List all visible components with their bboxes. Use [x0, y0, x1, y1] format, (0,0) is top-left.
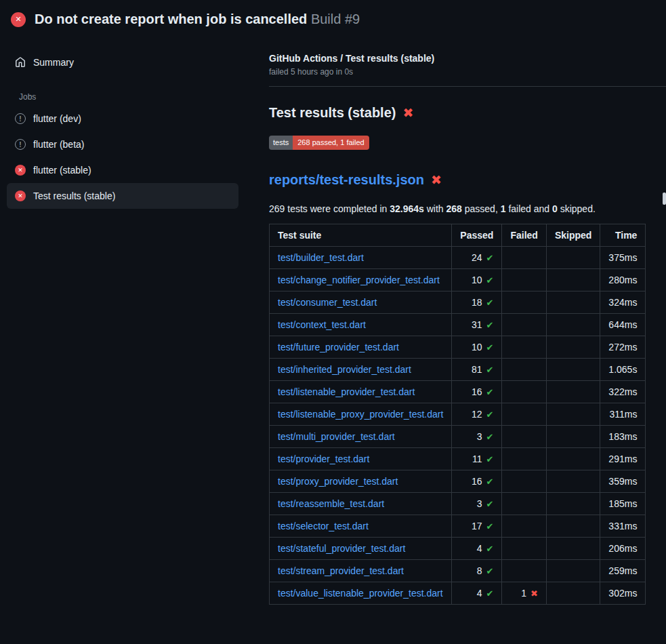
- empty-cell: [546, 470, 600, 493]
- passed-cell: 81✔: [452, 359, 502, 381]
- sidebar: Summary Jobs !flutter (dev)!flutter (bet…: [0, 36, 247, 209]
- test-suite-link[interactable]: test/builder_test.dart: [278, 252, 364, 263]
- section-title-text: Test results (stable): [269, 105, 396, 121]
- suite-cell: test/builder_test.dart: [270, 247, 452, 269]
- suite-cell: test/selector_test.dart: [270, 515, 452, 538]
- home-icon: [15, 57, 26, 68]
- empty-cell: [502, 515, 546, 538]
- col-header-failed: Failed: [502, 224, 546, 247]
- test-table-body: test/builder_test.dart24✔375mstest/chang…: [270, 247, 646, 605]
- col-header-passed: Passed: [452, 224, 502, 247]
- failed-cell-value: 1: [521, 588, 526, 599]
- sidebar-item-summary[interactable]: Summary: [7, 49, 238, 75]
- empty-cell: [546, 448, 600, 470]
- test-suite-link[interactable]: test/consumer_test.dart: [278, 297, 377, 308]
- check-icon: ✔: [486, 544, 494, 554]
- test-suite-link[interactable]: test/stream_provider_test.dart: [278, 565, 404, 576]
- empty-cell: [502, 493, 546, 515]
- passed-cell: 10✔: [452, 336, 502, 359]
- empty-cell: [546, 291, 600, 314]
- test-suite-link[interactable]: test/stateful_provider_test.dart: [278, 543, 405, 554]
- sidebar-item-flutter-beta[interactable]: !flutter (beta): [7, 132, 238, 157]
- badge-label: tests: [269, 136, 293, 150]
- passed-cell: 3✔: [452, 426, 502, 448]
- test-suite-link[interactable]: test/inherited_provider_test.dart: [278, 364, 411, 375]
- empty-cell: [546, 515, 600, 538]
- summary-text: failed and: [506, 203, 553, 214]
- passed-cell-value: 4: [477, 588, 482, 599]
- test-suite-link[interactable]: test/multi_provider_test.dart: [278, 431, 395, 442]
- x-circle-icon: ✕: [15, 190, 26, 201]
- test-results-table: Test suite Passed Failed Skipped Time te…: [269, 224, 646, 605]
- test-suite-link[interactable]: test/context_test.dart: [278, 319, 366, 330]
- time-cell: 644ms: [600, 314, 646, 336]
- test-suite-link[interactable]: test/provider_test.dart: [278, 454, 369, 464]
- check-icon: ✔: [486, 365, 494, 375]
- passed-cell: 31✔: [452, 314, 502, 336]
- scrollbar-thumb[interactable]: [663, 193, 666, 205]
- empty-cell: [546, 381, 600, 403]
- check-icon: ✔: [486, 253, 494, 263]
- check-icon: ✔: [486, 477, 494, 487]
- empty-cell: [502, 247, 546, 269]
- table-header-row: Test suite Passed Failed Skipped Time: [270, 224, 646, 247]
- run-meta: failed 5 hours ago in 0s: [269, 67, 644, 77]
- empty-cell: [546, 336, 600, 359]
- empty-cell: [502, 470, 546, 493]
- page-body: Summary Jobs !flutter (dev)!flutter (bet…: [0, 36, 666, 605]
- test-suite-link[interactable]: test/value_listenable_provider_test.dart: [278, 588, 443, 599]
- empty-cell: [502, 560, 546, 582]
- time-cell: 359ms: [600, 470, 646, 493]
- summary-failed-count: 1: [501, 203, 506, 214]
- summary-skipped-count: 0: [552, 203, 558, 214]
- empty-cell: [546, 493, 600, 515]
- check-icon: ✔: [486, 320, 494, 330]
- table-row: test/selector_test.dart17✔331ms: [270, 515, 646, 538]
- passed-cell-value: 4: [477, 543, 482, 554]
- test-suite-link[interactable]: test/listenable_provider_test.dart: [278, 386, 415, 397]
- time-cell: 280ms: [600, 269, 646, 291]
- check-icon: ✔: [486, 409, 494, 420]
- test-suite-link[interactable]: test/selector_test.dart: [278, 521, 369, 531]
- time-cell: 272ms: [600, 336, 646, 359]
- main-content: GitHub Actions / Test results (stable) f…: [247, 36, 666, 605]
- empty-cell: [502, 336, 546, 359]
- suite-cell: test/multi_provider_test.dart: [270, 426, 452, 448]
- x-icon: ✖: [431, 174, 442, 186]
- summary-text: passed,: [462, 203, 501, 214]
- check-icon: ✔: [486, 499, 494, 509]
- summary-text: with: [424, 203, 446, 214]
- time-cell: 331ms: [600, 515, 646, 538]
- empty-cell: [502, 291, 546, 314]
- report-file-link[interactable]: reports/test-results.json: [269, 172, 424, 188]
- report-title: reports/test-results.json ✖: [269, 172, 644, 188]
- table-row: test/context_test.dart31✔644ms: [270, 314, 646, 336]
- time-cell: 324ms: [600, 291, 646, 314]
- sidebar-item-label: flutter (beta): [33, 139, 84, 150]
- table-row: test/provider_test.dart11✔291ms: [270, 448, 646, 470]
- time-cell: 311ms: [600, 403, 646, 426]
- suite-cell: test/consumer_test.dart: [270, 291, 452, 314]
- suite-cell: test/stream_provider_test.dart: [270, 560, 452, 582]
- sidebar-item-flutter-dev[interactable]: !flutter (dev): [7, 106, 238, 132]
- breadcrumb: GitHub Actions / Test results (stable): [269, 53, 644, 64]
- test-suite-link[interactable]: test/future_provider_test.dart: [278, 342, 399, 353]
- suite-cell: test/change_notifier_provider_test.dart: [270, 269, 452, 291]
- sidebar-item-flutter-stable[interactable]: ✕flutter (stable): [7, 157, 238, 183]
- test-suite-link[interactable]: test/listenable_proxy_provider_test.dart: [278, 409, 443, 420]
- passed-cell-value: 10: [472, 275, 482, 285]
- test-suite-link[interactable]: test/reassemble_test.dart: [278, 498, 384, 509]
- check-icon: ✔: [486, 387, 494, 397]
- passed-cell: 17✔: [452, 515, 502, 538]
- suite-cell: test/stateful_provider_test.dart: [270, 538, 452, 560]
- tests-badge: tests 268 passed, 1 failed: [269, 136, 369, 150]
- sidebar-item-test-results-stable[interactable]: ✕Test results (stable): [7, 183, 238, 209]
- empty-cell: [546, 560, 600, 582]
- test-suite-link[interactable]: test/change_notifier_provider_test.dart: [278, 275, 440, 285]
- test-suite-link[interactable]: test/proxy_provider_test.dart: [278, 476, 398, 487]
- time-cell: 1.065s: [600, 359, 646, 381]
- check-icon: ✔: [486, 454, 494, 464]
- badge-value: 268 passed, 1 failed: [293, 136, 369, 150]
- run-title: Do not create report when job is cancell…: [35, 12, 360, 27]
- time-cell: 322ms: [600, 381, 646, 403]
